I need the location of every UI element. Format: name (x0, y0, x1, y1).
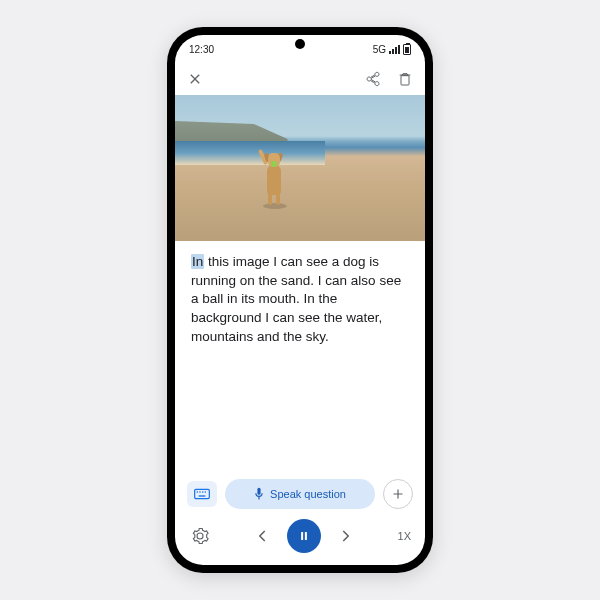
tts-highlight: In (191, 254, 204, 269)
chevron-right-icon (337, 527, 355, 545)
network-label: 5G (373, 44, 386, 55)
pause-icon (297, 529, 311, 543)
description-rest: this image I can see a dog is running on… (191, 254, 401, 344)
speak-question-button[interactable]: Speak question (225, 479, 375, 509)
svg-rect-2 (199, 491, 200, 492)
image-dog (259, 147, 289, 209)
delete-button[interactable] (395, 69, 415, 89)
image-preview (175, 95, 425, 241)
next-button[interactable] (335, 525, 357, 547)
keyboard-icon (194, 488, 210, 500)
svg-rect-0 (195, 489, 210, 498)
playback-controls: 1X (175, 515, 425, 565)
mic-icon (254, 487, 264, 501)
close-icon (187, 71, 203, 87)
gear-icon (191, 527, 209, 545)
screen: 12:30 5G (175, 35, 425, 565)
image-water (175, 141, 325, 165)
clock: 12:30 (189, 44, 214, 55)
svg-rect-1 (197, 491, 198, 492)
share-button[interactable] (363, 69, 383, 89)
camera-notch (295, 39, 305, 49)
pause-button[interactable] (287, 519, 321, 553)
previous-button[interactable] (251, 525, 273, 547)
input-row: Speak question (175, 473, 425, 515)
svg-rect-8 (305, 532, 307, 540)
svg-rect-3 (202, 491, 203, 492)
signal-icon (389, 45, 400, 54)
chevron-left-icon (253, 527, 271, 545)
speed-button[interactable]: 1X (398, 530, 411, 542)
close-button[interactable] (185, 69, 205, 89)
plus-icon (391, 487, 405, 501)
svg-rect-7 (301, 532, 303, 540)
speak-label: Speak question (270, 488, 346, 500)
trash-icon (397, 71, 413, 87)
svg-rect-4 (205, 491, 206, 492)
svg-rect-5 (199, 495, 206, 496)
settings-button[interactable] (189, 525, 211, 547)
app-bar (175, 63, 425, 95)
battery-icon (403, 44, 411, 55)
status-right: 5G (373, 44, 411, 55)
description-text: In this image I can see a dog is running… (175, 241, 425, 473)
add-button[interactable] (383, 479, 413, 509)
svg-rect-6 (258, 488, 261, 495)
phone-frame: 12:30 5G (167, 27, 433, 573)
share-icon (365, 71, 381, 87)
keyboard-button[interactable] (187, 481, 217, 507)
